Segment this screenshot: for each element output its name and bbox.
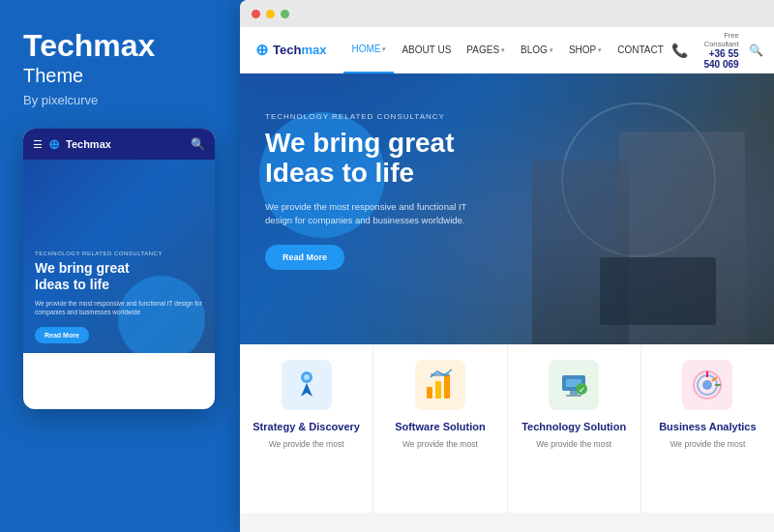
service-card-title-strategy: Strategy & Discovery (253, 420, 360, 433)
service-card-technology: ✓ Technology Solution We provide the mos… (508, 344, 641, 513)
service-card-desc-software: We provide the most (402, 439, 478, 451)
desktop-hero-desc: We provide the most responsive and funct… (265, 200, 478, 228)
mobile-hero-tag: TECHNOLOGY RELATED CONSULTANCY (35, 251, 205, 256)
mobile-search-icon[interactable]: 🔍 (191, 137, 205, 151)
mobile-read-more-button[interactable]: Read More (35, 327, 89, 343)
mobile-menu-icon: ☰ (33, 138, 43, 151)
mobile-logo-icon: ⊕ (48, 136, 60, 152)
desktop-hero-title: We bring great Ideas to life (265, 129, 580, 189)
nav-links: HOME ▾ ABOUT US PAGES ▾ BLOG ▾ SHOP ▾ CO… (343, 27, 670, 74)
nav-logo-text: Techmax (273, 43, 326, 57)
nav-right: 📞 Free Consultant +36 55 540 069 🔍 🛒 (671, 31, 774, 70)
service-icon-strategy (282, 360, 332, 410)
service-card-strategy: Strategy & Discovery We provide the most (240, 344, 373, 513)
mobile-logo-text: Techmax (66, 138, 111, 150)
mobile-hero: TECHNOLOGY RELATED CONSULTANCY We bring … (23, 160, 215, 353)
chrome-dot-yellow (266, 10, 275, 18)
desktop-hero-content: TECHNOLOGY RELATED CONSULTANCY We bring … (265, 112, 580, 270)
mobile-top-bar: ☰ ⊕ Techmax 🔍 (23, 129, 215, 160)
nav-home-arrow: ▾ (382, 45, 386, 53)
service-card-analytics: Business Analytics We provide the most (641, 344, 774, 513)
mobile-hero-title: We bring great Ideas to life (35, 260, 205, 293)
nav-search-button[interactable]: 🔍 (749, 40, 765, 61)
nav-link-shop[interactable]: SHOP ▾ (561, 27, 610, 74)
service-icon-bg-software (415, 360, 465, 410)
nav-link-pages[interactable]: PAGES ▾ (459, 27, 513, 74)
service-icon-bg-strategy (282, 360, 332, 410)
service-card-desc-analytics: We provide the most (670, 439, 745, 451)
nav-phone-area: Free Consultant +36 55 540 069 (694, 31, 739, 70)
brand-title: Techmax (23, 29, 217, 63)
service-icon-bg-technology (549, 360, 599, 410)
nav-free-consult: Free Consultant (694, 31, 739, 48)
laptop-silhouette (600, 257, 716, 325)
service-card-desc-technology: We provide the most (536, 439, 611, 451)
service-icon-software (415, 360, 465, 410)
brand-by: By pixelcurve (23, 93, 217, 107)
nav-phone-number: +36 55 540 069 (694, 48, 739, 70)
desktop-hero-tag: TECHNOLOGY RELATED CONSULTANCY (265, 112, 580, 121)
nav-logo-icon: ⊕ (255, 41, 268, 59)
left-panel: Techmax Theme By pixelcurve ☰ ⊕ Techmax … (0, 0, 240, 532)
nav-link-home[interactable]: HOME ▾ (343, 27, 394, 74)
desktop-navbar: ⊕ Techmax HOME ▾ ABOUT US PAGES ▾ BLOG ▾ (240, 27, 774, 74)
nav-logo-highlight: max (301, 43, 326, 57)
mobile-hero-desc: We provide the most responsive and funct… (35, 299, 205, 316)
service-icon-bg-analytics (682, 360, 732, 410)
service-cards: Strategy & Discovery We provide the most… (240, 344, 774, 513)
nav-link-contact[interactable]: CONTACT (610, 27, 671, 74)
desktop-chrome-bar (240, 0, 774, 27)
nav-shop-arrow: ▾ (598, 46, 602, 54)
service-card-title-software: Software Solution (395, 420, 486, 433)
service-icon-technology: ✓ (549, 360, 599, 410)
phone-icon: 📞 (671, 43, 688, 58)
brand-subtitle: Theme (23, 65, 217, 87)
mobile-hero-content: TECHNOLOGY RELATED CONSULTANCY We bring … (35, 251, 205, 343)
chrome-dot-red (252, 10, 260, 18)
service-card-title-technology: Technology Solution (521, 420, 626, 433)
mobile-mockup: ☰ ⊕ Techmax 🔍 TECHNOLOGY RELATED CONSULT… (23, 129, 215, 409)
right-panel: ⊕ Techmax HOME ▾ ABOUT US PAGES ▾ BLOG ▾ (240, 0, 774, 532)
service-card-title-analytics: Business Analytics (659, 420, 756, 433)
desktop-hero: TECHNOLOGY RELATED CONSULTANCY We bring … (240, 74, 774, 344)
nav-link-blog[interactable]: BLOG ▾ (513, 27, 561, 74)
nav-blog-arrow: ▾ (550, 46, 553, 54)
nav-logo: ⊕ Techmax (255, 41, 326, 59)
service-icon-analytics (682, 360, 732, 410)
nav-link-about[interactable]: ABOUT US (394, 27, 459, 74)
service-card-desc-strategy: We provide the most (269, 439, 344, 451)
mobile-logo-area: ⊕ Techmax (48, 136, 111, 152)
service-card-software: Software Solution We provide the most (373, 344, 507, 513)
nav-pages-arrow: ▾ (501, 46, 505, 54)
desktop-read-more-button[interactable]: Read More (265, 245, 344, 270)
chrome-dot-green (281, 10, 289, 18)
